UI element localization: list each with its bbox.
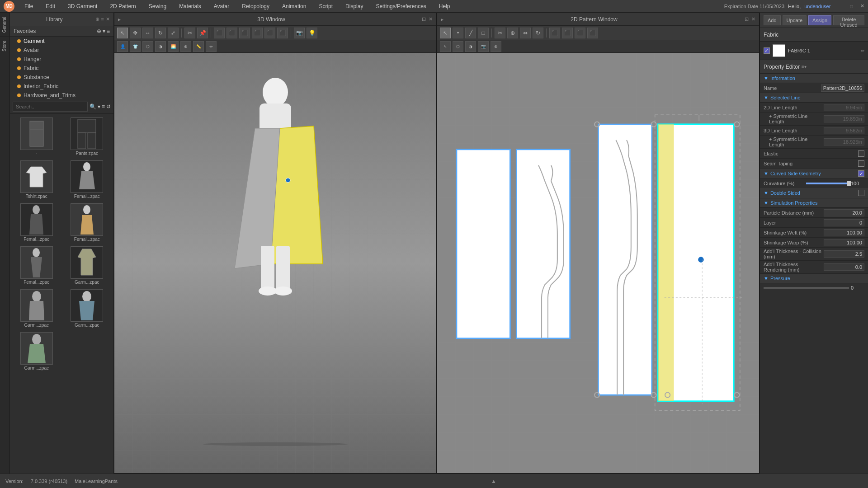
thumb-female1[interactable]: Femal...zpac (62, 159, 112, 201)
tool-2d-view1[interactable]: ↖ (440, 41, 451, 52)
prop-section-pressure[interactable]: ▼ Pressure (760, 274, 868, 283)
fabric-delete-button[interactable]: Delete Unused (833, 15, 864, 25)
thumb-garment4[interactable]: Garm...zpac (12, 330, 61, 372)
prop-particle-dist-value[interactable]: 20.0 (824, 209, 864, 216)
thumb-female3[interactable]: Femal...zpac (62, 202, 112, 244)
tool-3d-e[interactable]: ⬛ (252, 28, 263, 38)
search-filter-icon[interactable]: ▾ (98, 103, 100, 110)
menu-script[interactable]: Script (316, 2, 335, 10)
tool-show-garment[interactable]: 👕 (130, 41, 141, 52)
tool-3d-d[interactable]: ⬛ (239, 28, 250, 38)
fabric-edit-icon[interactable]: ✏ (861, 48, 864, 53)
thumb-female4[interactable]: Femal...zpac (12, 244, 61, 286)
win-min-button[interactable]: — (838, 4, 843, 9)
tool-select[interactable]: ↖ (117, 28, 128, 38)
thumb-garment1[interactable]: Garm...zpac (62, 244, 112, 286)
thumb-garment2[interactable]: Garm...zpac (12, 287, 61, 329)
viewport-3d-canvas[interactable] (114, 53, 436, 473)
username-text[interactable]: undenduser (804, 4, 830, 9)
prop-addl-thick-col-value[interactable]: 2.5 (824, 250, 864, 258)
tool-2d-rotate[interactable]: ↻ (533, 28, 543, 38)
tool-2d-e[interactable]: ⬛ (549, 28, 560, 38)
prop-addl-thick-rend-value[interactable]: 0.0 (824, 263, 864, 271)
doublesided-checkbox[interactable] (858, 190, 864, 196)
status-arrow-up[interactable]: ▲ (491, 478, 496, 484)
prop-section-simulation[interactable]: ▼ Simulation Properties (760, 198, 868, 208)
fav-icon-list[interactable]: ≡ (107, 28, 110, 34)
menu-help[interactable]: Help (436, 2, 453, 10)
menu-display[interactable]: Display (343, 2, 366, 10)
tree-item-hardware[interactable]: Hardware_and_Trims (10, 91, 113, 100)
prop-seamtaping-checkbox[interactable] (858, 160, 864, 167)
tool-move[interactable]: ↔ (142, 28, 153, 38)
search-list-icon[interactable]: ≡ (102, 103, 105, 110)
tool-rotate[interactable]: ↻ (155, 28, 166, 38)
tool-2d-line[interactable]: ╱ (465, 28, 476, 38)
tool-2d-cut[interactable]: ✂ (495, 28, 505, 38)
menu-sewing[interactable]: Sewing (146, 2, 169, 10)
menu-animation[interactable]: Animation (279, 2, 309, 10)
viewport-2d-collapse[interactable]: ▸ (441, 16, 443, 23)
viewport-3d-expand[interactable]: ⊡ (422, 16, 426, 22)
menu-edit[interactable]: Edit (43, 2, 58, 10)
prop-section-doublesided[interactable]: ▼ Double Sided (760, 188, 868, 198)
viewport-2d-close[interactable]: ✕ (751, 16, 755, 22)
tool-shade[interactable]: ◑ (155, 41, 166, 52)
tool-2d-view3[interactable]: ◑ (465, 41, 476, 52)
curvature-slider[interactable] (806, 183, 849, 184)
search-input[interactable] (13, 102, 88, 112)
prop-section-curved[interactable]: ▼ Curved Side Geometry (760, 169, 868, 179)
thumb-blank[interactable]: - (12, 116, 61, 158)
tool-3d-c[interactable]: ⬛ (226, 28, 237, 38)
tool-2d-rect[interactable]: □ (478, 28, 489, 38)
prop-section-information[interactable]: ▼ Information (760, 74, 868, 83)
tool-pin[interactable]: 📌 (197, 28, 208, 38)
tool-3d-b[interactable]: ⬛ (214, 28, 225, 38)
menu-avatar[interactable]: Avatar (211, 2, 232, 10)
viewport-3d-close[interactable]: ✕ (429, 16, 433, 22)
tool-scale[interactable]: ⤢ (168, 28, 179, 38)
prop-shrinkage-warp-value[interactable]: 100.00 (824, 239, 864, 246)
curvature-handle[interactable] (847, 181, 851, 186)
tree-item-garment[interactable]: Garment (10, 37, 113, 46)
fabric-update-button[interactable]: Update (783, 15, 807, 25)
tree-item-interior-fabric[interactable]: Interior_Fabric (10, 82, 113, 91)
thumb-pants[interactable]: Pants.zpac (62, 116, 112, 158)
search-refresh-icon[interactable]: ↺ (106, 103, 111, 110)
tool-axis[interactable]: ⊕ (180, 41, 191, 52)
menu-retopology[interactable]: Retopology (239, 2, 272, 10)
tool-2d-merge[interactable]: ⊕ (507, 28, 518, 38)
tool-3d-g[interactable]: ⬛ (277, 28, 288, 38)
fav-icon-add[interactable]: ⊕ (97, 28, 101, 34)
thumb-tshirt[interactable]: Tshirt.zpac (12, 159, 61, 201)
tool-show-wire[interactable]: ⬡ (142, 41, 153, 52)
prop-layer-value[interactable]: 0 (824, 219, 864, 226)
tree-item-hanger[interactable]: Hanger (10, 55, 113, 64)
tree-item-avatar[interactable]: Avatar (10, 46, 113, 55)
win-close-button[interactable]: ✕ (860, 3, 864, 9)
tool-transform[interactable]: ✥ (130, 28, 141, 38)
menu-file[interactable]: File (22, 2, 36, 10)
prop-editor-collapse[interactable]: ▾ (804, 64, 807, 69)
sidebar-vtab-general[interactable]: General (0, 13, 9, 37)
sidebar-icon-menu[interactable]: ≡ (101, 16, 104, 22)
tool-mirror[interactable]: ⇔ (206, 41, 217, 52)
tool-bg[interactable]: 🌅 (168, 41, 179, 52)
menu-3dgarment[interactable]: 3D Garment (65, 2, 100, 10)
thumb-female2[interactable]: Femal...zpac (12, 202, 61, 244)
viewport-2d-expand[interactable]: ⊡ (745, 16, 749, 22)
prop-section-selectedline[interactable]: ▼ Selected Line (760, 93, 868, 103)
sidebar-icon-new[interactable]: ⊕ (95, 16, 99, 22)
search-icon[interactable]: 🔍 (90, 103, 96, 110)
tool-2d-point[interactable]: • (453, 28, 463, 38)
viewport-3d-collapse[interactable]: ▸ (118, 16, 121, 23)
tool-2d-h[interactable]: ⬛ (587, 28, 598, 38)
fabric-assign-button[interactable]: Assign (808, 15, 831, 25)
fabric-add-button[interactable]: Add (764, 15, 781, 25)
menu-materials[interactable]: Materials (176, 2, 204, 10)
sidebar-icon-close[interactable]: ✕ (106, 16, 110, 22)
tool-show-avatar[interactable]: 👤 (117, 41, 128, 52)
tree-item-fabric[interactable]: Fabric (10, 64, 113, 73)
tool-2d-view4[interactable]: 📷 (478, 41, 489, 52)
fav-icon-collapse[interactable]: ▾ (103, 28, 105, 34)
